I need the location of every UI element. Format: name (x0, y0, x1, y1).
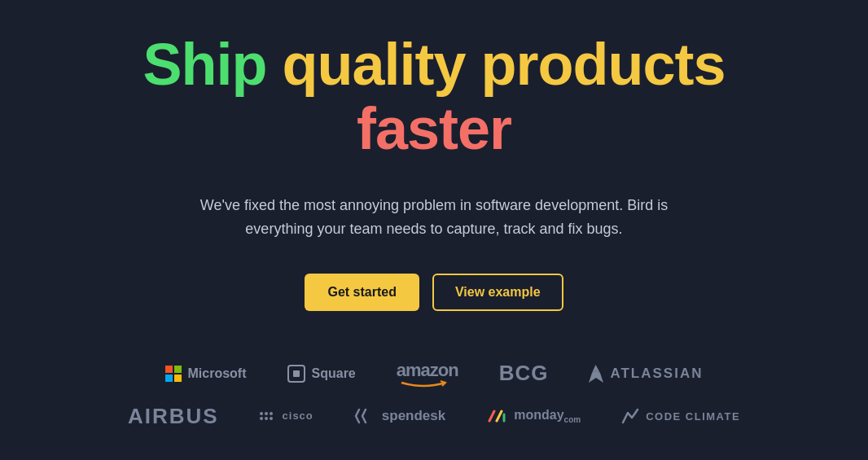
codeclimate-icon (621, 408, 639, 424)
hero-subtitle: We've fixed the most annoying problem in… (169, 194, 699, 241)
headline-word-faster: faster (357, 96, 511, 161)
monday-icon (486, 408, 507, 424)
monday-label: mondaycom (514, 408, 581, 424)
headline-word-ship: Ship (142, 32, 266, 97)
cisco-icon (260, 412, 273, 420)
atlassian-icon (589, 365, 603, 383)
logo-amazon: amazon (397, 360, 458, 388)
hero-section: Ship quality products faster We've fixed… (68, 33, 800, 429)
spendesk-icon (354, 408, 375, 424)
view-example-button[interactable]: View example (432, 274, 563, 311)
amazon-icon: amazon (397, 360, 458, 388)
logo-square: Square (287, 365, 356, 383)
logos-row-1: Microsoft Square amazon (84, 360, 784, 388)
amazon-text: amazon (397, 360, 458, 381)
microsoft-label: Microsoft (188, 366, 247, 381)
logo-bcg: BCG (499, 361, 549, 386)
spendesk-label: spendesk (382, 408, 445, 424)
headline-word-products: products (481, 32, 726, 97)
bcg-label: BCG (499, 361, 549, 386)
logo-microsoft: Microsoft (165, 366, 247, 382)
logo-codeclimate: CODE CLIMATE (621, 408, 740, 424)
microsoft-icon (165, 366, 182, 382)
headline: Ship quality products faster (68, 33, 800, 161)
codeclimate-label: CODE CLIMATE (646, 410, 740, 423)
logos-section: Microsoft Square amazon (84, 360, 784, 429)
cisco-label: cisco (283, 410, 313, 422)
logo-cisco: cisco (260, 410, 313, 422)
square-label: Square (312, 366, 356, 381)
logo-atlassian: ATLASSIAN (589, 365, 703, 383)
logo-airbus: AIRBUS (128, 404, 219, 429)
logo-monday: mondaycom (486, 408, 581, 424)
airbus-label: AIRBUS (128, 404, 219, 429)
headline-word-quality: quality (282, 32, 465, 97)
get-started-button[interactable]: Get started (305, 274, 419, 311)
atlassian-label: ATLASSIAN (610, 366, 703, 382)
logo-spendesk: spendesk (354, 408, 445, 424)
logos-row-2: AIRBUS cisco (84, 404, 784, 429)
cta-buttons: Get started View example (305, 274, 563, 311)
square-icon (287, 365, 305, 383)
